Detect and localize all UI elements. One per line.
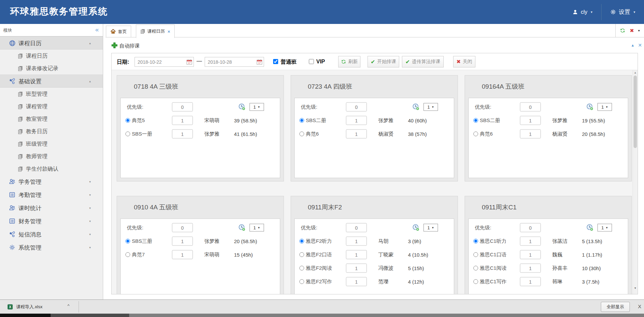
sidebar-item[interactable]: 课程管理 (0, 100, 103, 113)
close-icon[interactable]: ✖ (630, 28, 634, 33)
sidebar-item[interactable]: 学生付款确认 (0, 163, 103, 175)
course-radio[interactable] (299, 279, 304, 284)
course-radio[interactable] (473, 239, 478, 243)
refresh-button[interactable]: 刷新 (338, 56, 360, 67)
sidebar-item[interactable]: 教师管理 (0, 150, 103, 163)
course-radio[interactable] (125, 132, 130, 136)
sidebar-group-2[interactable]: 学务管理▼ (0, 175, 103, 188)
clock-add-icon[interactable] (586, 104, 593, 111)
priority-input[interactable] (346, 223, 367, 232)
calendar-icon[interactable]: 17 (257, 59, 262, 65)
scroll-up-icon[interactable]: ▲ (633, 71, 638, 74)
course-count-input[interactable] (520, 116, 541, 125)
panel-close-icon[interactable]: ✕ (638, 42, 642, 48)
downloaded-file-chip[interactable]: X 课程导入.xlsx (4, 301, 46, 312)
course-radio[interactable] (473, 132, 478, 136)
settings-menu[interactable]: 设置 ▾ (601, 4, 644, 20)
calendar-icon[interactable]: 17 (186, 59, 192, 65)
priority-input[interactable] (520, 103, 541, 112)
sidebar-group-3[interactable]: 考勤管理▼ (0, 188, 103, 201)
tab-course-calendar[interactable]: 课程日历 × (136, 25, 175, 38)
course-radio[interactable] (299, 266, 304, 270)
clock-add-icon[interactable] (238, 224, 245, 231)
sidebar-group-4[interactable]: 课时统计▼ (0, 201, 103, 214)
course-count-input[interactable] (520, 277, 541, 286)
scrollbar-thumb[interactable] (51, 314, 129, 317)
sidebar-group-1[interactable]: 基础设置▲ (0, 75, 103, 88)
vip-checkbox[interactable] (309, 59, 314, 64)
scroll-down-icon[interactable]: ▼ (633, 287, 638, 290)
course-count-input[interactable] (346, 237, 367, 246)
close-button[interactable]: ✖ 关闭 (453, 56, 475, 67)
course-radio[interactable] (125, 239, 130, 243)
course-count-input[interactable] (520, 237, 541, 246)
course-count-input[interactable] (172, 237, 193, 246)
sidebar-group-0[interactable]: 课程日历▲ (0, 36, 103, 50)
course-count-input[interactable] (346, 250, 367, 259)
show-all-downloads-button[interactable]: 全部显示 (601, 302, 630, 312)
date-to-input[interactable] (205, 57, 264, 67)
genetic-scheduling-button[interactable]: ✔ 遗传算法排课 (402, 56, 444, 67)
scrollbar-thumb[interactable] (634, 76, 637, 148)
tab-overflow-icon[interactable]: ▾ (638, 29, 640, 32)
chevron-up-icon[interactable]: ^ (67, 303, 69, 308)
vertical-scrollbar[interactable]: ▲ ▼ (633, 70, 638, 294)
count-select[interactable]: 1 ▼ (597, 103, 612, 111)
course-count-input[interactable] (346, 129, 367, 139)
course-radio[interactable] (299, 118, 304, 123)
course-radio[interactable] (473, 279, 478, 284)
priority-input[interactable] (172, 223, 193, 232)
course-count-input[interactable] (346, 116, 367, 125)
sidebar-collapse-icon[interactable]: « (95, 26, 99, 33)
course-count-input[interactable] (172, 250, 193, 259)
sidebar-item[interactable]: 教室管理 (0, 113, 103, 125)
course-radio[interactable] (299, 252, 304, 257)
clock-add-icon[interactable] (586, 224, 593, 231)
course-count-input[interactable] (520, 250, 541, 259)
sidebar-item[interactable]: 教务日历 (0, 125, 103, 138)
count-select[interactable]: 1 ▼ (250, 103, 264, 111)
course-radio[interactable] (125, 118, 130, 123)
clock-add-icon[interactable] (412, 104, 419, 111)
course-radio[interactable] (473, 266, 478, 270)
regular-class-label[interactable]: 普通班 (281, 59, 297, 66)
course-radio[interactable] (299, 132, 304, 136)
clock-add-icon[interactable] (238, 104, 245, 111)
course-radio[interactable] (473, 252, 478, 257)
vip-label[interactable]: VIP (316, 59, 325, 65)
sidebar-group-6[interactable]: 短信消息▼ (0, 228, 103, 241)
sidebar-group-7[interactable]: 系统管理▼ (0, 241, 103, 254)
sidebar-group-5[interactable]: 财务管理▼ (0, 214, 103, 228)
priority-input[interactable] (520, 223, 541, 232)
count-select[interactable]: 1 ▼ (423, 224, 438, 232)
sidebar-item[interactable]: 课表修改记录 (0, 62, 103, 75)
course-count-input[interactable] (172, 129, 193, 139)
course-radio[interactable] (125, 252, 130, 257)
sidebar-item[interactable]: 课程日历 (0, 50, 103, 62)
count-select[interactable]: 1 ▼ (423, 103, 438, 111)
course-count-input[interactable] (520, 129, 541, 139)
priority-input[interactable] (172, 103, 193, 112)
refresh-icon[interactable] (620, 28, 625, 33)
course-count-input[interactable] (520, 264, 541, 273)
tab-close-icon[interactable]: × (168, 29, 170, 34)
count-select[interactable]: 1 ▼ (597, 224, 612, 232)
course-radio[interactable] (299, 239, 304, 243)
date-from-input[interactable] (135, 57, 194, 67)
toolbar: 日期: 17 — 17 普通班 VIP 刷新 (112, 53, 638, 70)
start-scheduling-button[interactable]: ✔ 开始排课 (368, 56, 399, 67)
tab-home[interactable]: 首页 (106, 26, 131, 37)
sidebar-item[interactable]: 班型管理 (0, 88, 103, 100)
course-count-input[interactable] (346, 277, 367, 286)
course-count-input[interactable] (172, 116, 193, 125)
clock-add-icon[interactable] (412, 224, 419, 231)
priority-input[interactable] (346, 103, 367, 112)
download-bar-close-icon[interactable]: X (638, 304, 641, 309)
count-select[interactable]: 1 ▼ (250, 224, 264, 232)
regular-class-checkbox[interactable] (273, 59, 278, 64)
sidebar-item[interactable]: 班级管理 (0, 138, 103, 150)
course-count-input[interactable] (346, 264, 367, 273)
panel-collapse-icon[interactable]: ▲ (631, 43, 635, 47)
user-menu[interactable]: cly ▾ (564, 4, 601, 20)
course-radio[interactable] (473, 118, 478, 123)
